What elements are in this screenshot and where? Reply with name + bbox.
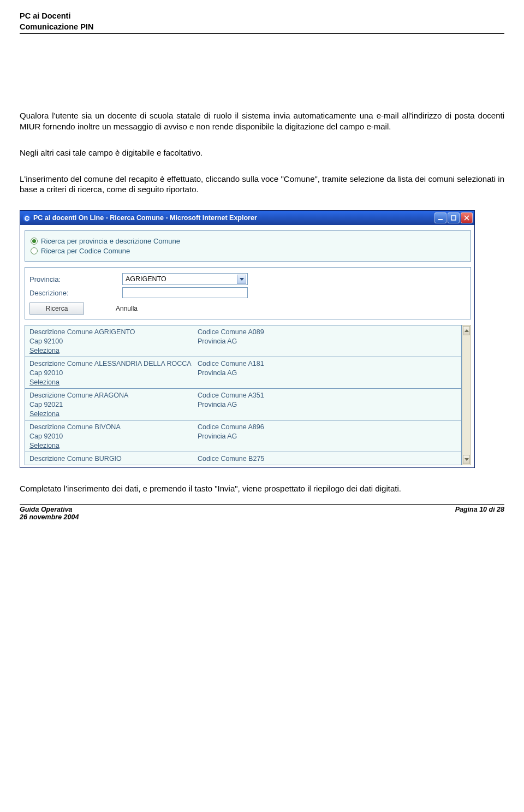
svg-rect-2 bbox=[438, 219, 443, 220]
result-item: Descrizione Comune ALESSANDRIA DELLA ROC… bbox=[25, 357, 462, 389]
scroll-up-icon[interactable] bbox=[463, 326, 470, 335]
seleziona-link[interactable]: Seleziona bbox=[29, 410, 59, 418]
footer-page: Pagina 10 di 28 bbox=[455, 506, 504, 521]
result-codice: Codice Comune A181 bbox=[198, 360, 457, 368]
doc-header-line2: Comunicazione PIN bbox=[20, 22, 504, 33]
result-codice: Codice Comune A351 bbox=[198, 392, 457, 399]
window-title: PC ai docenti On Line - Ricerca Comune -… bbox=[33, 214, 434, 222]
body-paragraph-4: Completato l'inserimento dei dati, e pre… bbox=[20, 483, 504, 494]
result-item: Descrizione Comune BIVONACodice Comune A… bbox=[25, 420, 462, 452]
radio-codice[interactable] bbox=[31, 247, 38, 254]
search-type-panel: Ricerca per provincia e descrizione Comu… bbox=[25, 230, 471, 262]
seleziona-link[interactable]: Seleziona bbox=[29, 378, 59, 386]
provincia-value: AGRIGENTO bbox=[126, 275, 166, 283]
body-paragraph-3: L'inserimento del comune del recapito è … bbox=[20, 174, 504, 195]
chevron-down-icon[interactable] bbox=[237, 275, 246, 284]
result-prov: Provincia AG bbox=[198, 432, 457, 440]
vertical-scrollbar[interactable] bbox=[462, 325, 471, 465]
result-prov: Provincia AG bbox=[198, 337, 457, 345]
doc-header-line1: PC ai Docenti bbox=[20, 11, 504, 22]
result-prov: Provincia AG bbox=[198, 401, 457, 408]
result-cap: Cap 92021 bbox=[29, 401, 193, 408]
body-paragraph-2: Negli altri casi tale campo è digitabile… bbox=[20, 147, 504, 158]
result-codice: Codice Comune A896 bbox=[198, 423, 457, 431]
titlebar: PC ai docenti On Line - Ricerca Comune -… bbox=[20, 211, 474, 225]
ricerca-button[interactable]: Ricerca bbox=[29, 303, 84, 315]
result-item: Descrizione Comune AGRIGENTOCodice Comun… bbox=[25, 325, 462, 357]
radio-provincia[interactable] bbox=[31, 238, 38, 245]
result-desc: Descrizione Comune BURGIO bbox=[29, 455, 193, 463]
result-item: Descrizione Comune ARAGONACodice Comune … bbox=[25, 389, 462, 420]
result-desc: Descrizione Comune AGRIGENTO bbox=[29, 328, 193, 336]
result-codice: Codice Comune A089 bbox=[198, 328, 457, 336]
svg-rect-3 bbox=[451, 216, 456, 220]
radio-provincia-label: Ricerca per provincia e descrizione Comu… bbox=[41, 237, 180, 245]
result-cap: Cap 92100 bbox=[29, 337, 193, 345]
seleziona-link[interactable]: Seleziona bbox=[29, 347, 59, 354]
maximize-button[interactable] bbox=[448, 212, 460, 223]
body-paragraph-1: Qualora l'utente sia un docente di scuol… bbox=[20, 110, 504, 132]
result-prov: Provincia AG bbox=[198, 369, 457, 377]
search-form-panel: Provincia: AGRIGENTO Descrizione: Ricerc… bbox=[25, 267, 471, 319]
result-cap: Cap 92010 bbox=[29, 432, 193, 440]
seleziona-link[interactable]: Seleziona bbox=[29, 442, 59, 449]
result-cap: Cap 92010 bbox=[29, 369, 193, 377]
svg-rect-1 bbox=[26, 217, 28, 218]
radio-codice-label: Ricerca per Codice Comune bbox=[41, 247, 130, 255]
result-desc: Descrizione Comune ALESSANDRIA DELLA ROC… bbox=[29, 360, 193, 368]
footer-guide: Guida Operativa bbox=[20, 506, 79, 513]
results-list: Descrizione Comune AGRIGENTOCodice Comun… bbox=[25, 325, 462, 465]
result-desc: Descrizione Comune ARAGONA bbox=[29, 392, 193, 399]
scroll-down-icon[interactable] bbox=[463, 455, 470, 464]
close-button[interactable] bbox=[461, 212, 473, 223]
footer-date: 26 novembre 2004 bbox=[20, 513, 79, 521]
annulla-button[interactable]: Annulla bbox=[99, 303, 154, 315]
descrizione-input[interactable] bbox=[122, 287, 248, 298]
minimize-button[interactable] bbox=[434, 212, 446, 223]
result-codice: Codice Comune B275 bbox=[198, 455, 457, 463]
ie-window: PC ai docenti On Line - Ricerca Comune -… bbox=[20, 210, 475, 468]
provincia-select[interactable]: AGRIGENTO bbox=[122, 273, 248, 285]
ie-logo-icon bbox=[22, 214, 31, 222]
descrizione-label: Descrizione: bbox=[29, 289, 122, 297]
provincia-label: Provincia: bbox=[29, 275, 122, 283]
result-item: Descrizione Comune BURGIOCodice Comune B… bbox=[25, 452, 462, 465]
result-desc: Descrizione Comune BIVONA bbox=[29, 423, 193, 431]
